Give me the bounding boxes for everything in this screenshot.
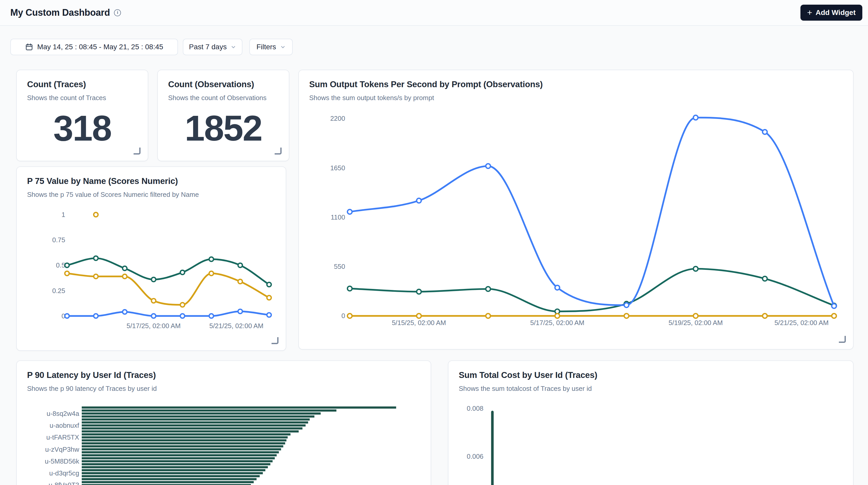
svg-text:0.25: 0.25 — [52, 287, 65, 294]
page-header: My Custom Dashboard i + Add Widget — [0, 0, 868, 26]
resize-handle-icon[interactable] — [272, 337, 279, 344]
svg-text:1650: 1650 — [330, 164, 345, 172]
svg-text:u-5M8D56k: u-5M8D56k — [45, 458, 79, 465]
date-preset-dropdown[interactable]: Past 7 days — [183, 39, 242, 55]
p75-value-line-chart[interactable]: 00.250.50.7515/17/25, 02:00 AM5/21/25, 0… — [17, 167, 286, 350]
count-observations-value: 1852 — [168, 109, 279, 147]
count-traces-value: 318 — [27, 109, 137, 147]
tokens-per-second-line-chart[interactable]: 05501100165022005/15/25, 02:00 AM5/17/25… — [299, 70, 853, 349]
calendar-icon — [25, 43, 33, 51]
chevron-down-icon — [280, 44, 286, 50]
svg-text:u-8fVa9T3: u-8fVa9T3 — [49, 481, 79, 485]
svg-text:5/19/25, 02:00 AM: 5/19/25, 02:00 AM — [669, 319, 723, 326]
svg-text:0.008: 0.008 — [467, 405, 484, 412]
svg-text:0: 0 — [341, 312, 345, 320]
filters-label: Filters — [256, 43, 276, 51]
resize-handle-icon[interactable] — [839, 336, 846, 343]
add-widget-button[interactable]: + Add Widget — [800, 5, 862, 21]
widget-count-observations: Count (Observations) Shows the count of … — [157, 70, 289, 161]
widget-p75-value: P 75 Value by Name (Scores Numeric) Show… — [16, 166, 286, 351]
total-cost-bar-chart[interactable]: 0.0080.006 — [448, 361, 853, 485]
svg-text:5/21/25, 02:00 AM: 5/21/25, 02:00 AM — [774, 319, 829, 326]
svg-text:0.5: 0.5 — [56, 262, 65, 269]
svg-text:5/21/25, 02:00 AM: 5/21/25, 02:00 AM — [209, 322, 264, 329]
widget-total-cost: Sum Total Cost by User Id (Traces) Shows… — [448, 360, 854, 485]
svg-text:5/17/25, 02:00 AM: 5/17/25, 02:00 AM — [530, 319, 584, 326]
page-title: My Custom Dashboard — [10, 7, 110, 18]
svg-text:u-zVqP3hw: u-zVqP3hw — [45, 446, 79, 453]
svg-text:0.006: 0.006 — [467, 453, 484, 460]
widget-count-traces: Count (Traces) Shows the count of Traces… — [16, 70, 148, 161]
chevron-down-icon — [230, 44, 236, 50]
p90-latency-bar-chart[interactable]: u-8sq2w4au-aobnuxfu-tFAR5TXu-zVqP3hwu-5M… — [17, 361, 431, 485]
svg-text:1100: 1100 — [331, 214, 345, 221]
svg-text:u-d3qr5cg: u-d3qr5cg — [49, 469, 79, 477]
svg-text:1: 1 — [62, 211, 65, 218]
filters-dropdown[interactable]: Filters — [249, 39, 293, 55]
svg-text:5/15/25, 02:00 AM: 5/15/25, 02:00 AM — [392, 319, 446, 326]
svg-text:u-tFAR5TX: u-tFAR5TX — [46, 434, 79, 441]
filter-toolbar: May 14, 25 : 08:45 - May 21, 25 : 08:45 … — [10, 39, 293, 55]
info-icon[interactable]: i — [114, 9, 121, 16]
svg-text:5/17/25, 02:00 AM: 5/17/25, 02:00 AM — [127, 322, 181, 329]
svg-text:u-aobnuxf: u-aobnuxf — [50, 422, 80, 429]
date-preset-label: Past 7 days — [189, 43, 227, 51]
date-range-picker[interactable]: May 14, 25 : 08:45 - May 21, 25 : 08:45 — [10, 39, 178, 55]
svg-text:u-8sq2w4a: u-8sq2w4a — [47, 410, 80, 417]
widget-tokens-per-second: Sum Output Tokens Per Second by Prompt (… — [298, 70, 854, 350]
svg-text:550: 550 — [334, 263, 345, 270]
resize-handle-icon[interactable] — [275, 148, 282, 154]
widget-p90-latency: P 90 Latency by User Id (Traces) Shows t… — [16, 360, 431, 485]
dashboard-page: My Custom Dashboard i + Add Widget May 1… — [0, 0, 868, 485]
svg-text:0.75: 0.75 — [52, 236, 65, 244]
add-widget-label: Add Widget — [816, 8, 856, 17]
widget-subtitle: Shows the count of Traces — [27, 94, 137, 102]
widget-title: Count (Observations) — [168, 80, 279, 89]
widget-subtitle: Shows the count of Observations — [168, 94, 279, 102]
plus-icon: + — [807, 8, 812, 17]
svg-text:2200: 2200 — [330, 115, 345, 122]
widget-title: Count (Traces) — [27, 80, 137, 89]
resize-handle-icon[interactable] — [133, 148, 141, 154]
date-range-label: May 14, 25 : 08:45 - May 21, 25 : 08:45 — [37, 43, 163, 51]
